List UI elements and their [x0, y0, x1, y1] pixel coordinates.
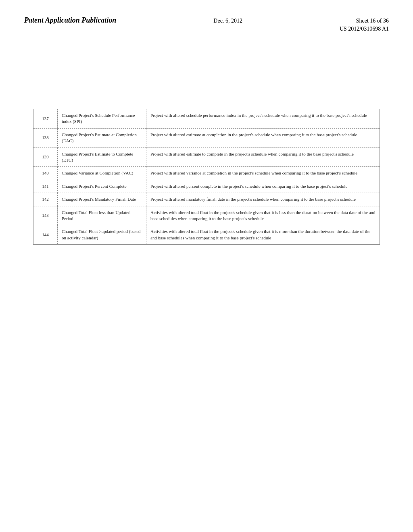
sheet-number: Sheet 16 of 36	[356, 16, 389, 24]
page-header: Patent Application Publication Dec. 6, 2…	[24, 16, 389, 36]
table-row: 143Changed Total Float less than Updated…	[33, 206, 380, 225]
table-row: 139Changed Project's Estimate to Complet…	[33, 148, 380, 167]
table-row: 144Changed Total Float >updated period (…	[33, 225, 380, 245]
main-content: 137Changed Project's Schedule Performanc…	[24, 109, 389, 245]
row-id: 143	[33, 206, 58, 225]
page: Patent Application Publication Dec. 6, 2…	[0, 0, 413, 532]
table-row: 138Changed Project's Estimate at Complet…	[33, 128, 380, 148]
row-term: Changed Project's Estimate to Complete (…	[58, 148, 146, 167]
row-description: Project with altered mandatory finish da…	[146, 193, 380, 206]
patent-number: US 2012/0310698 A1	[340, 24, 389, 32]
row-term: Changed Project's Schedule Performance i…	[58, 109, 146, 129]
table-row: 137Changed Project's Schedule Performanc…	[33, 109, 380, 129]
row-id: 140	[33, 167, 58, 180]
row-term: Changed Variance at Completion (VAC)	[58, 167, 146, 180]
row-description: Project with altered estimate to complet…	[146, 148, 380, 167]
row-term: Changed Project's Estimate at Completion…	[58, 128, 146, 148]
row-description: Activities with altered total float in t…	[146, 206, 380, 225]
row-id: 138	[33, 128, 58, 148]
row-term: Changed Project's Mandatory Finish Date	[58, 193, 146, 206]
row-description: Project with altered variance at complet…	[146, 167, 380, 180]
row-id: 139	[33, 148, 58, 167]
publication-date: Dec. 6, 2012	[213, 16, 242, 24]
row-description: Project with altered schedule performanc…	[146, 109, 380, 129]
row-term: Changed Project's Percent Complete	[58, 180, 146, 193]
row-id: 141	[33, 180, 58, 193]
row-term: Changed Total Float >updated period (bas…	[58, 225, 146, 245]
table-row: 140Changed Variance at Completion (VAC)P…	[33, 167, 380, 180]
row-description: Project with altered estimate at complet…	[146, 128, 380, 148]
publication-title: Patent Application Publication	[24, 16, 116, 25]
row-description: Project with altered percent complete in…	[146, 180, 380, 193]
definitions-table: 137Changed Project's Schedule Performanc…	[33, 109, 380, 245]
row-id: 142	[33, 193, 58, 206]
row-term: Changed Total Float less than Updated Pe…	[58, 206, 146, 225]
row-description: Activities with altered total float in t…	[146, 225, 380, 245]
row-id: 137	[33, 109, 58, 129]
table-row: 141Changed Project's Percent CompletePro…	[33, 180, 380, 193]
table-row: 142Changed Project's Mandatory Finish Da…	[33, 193, 380, 206]
row-id: 144	[33, 225, 58, 245]
